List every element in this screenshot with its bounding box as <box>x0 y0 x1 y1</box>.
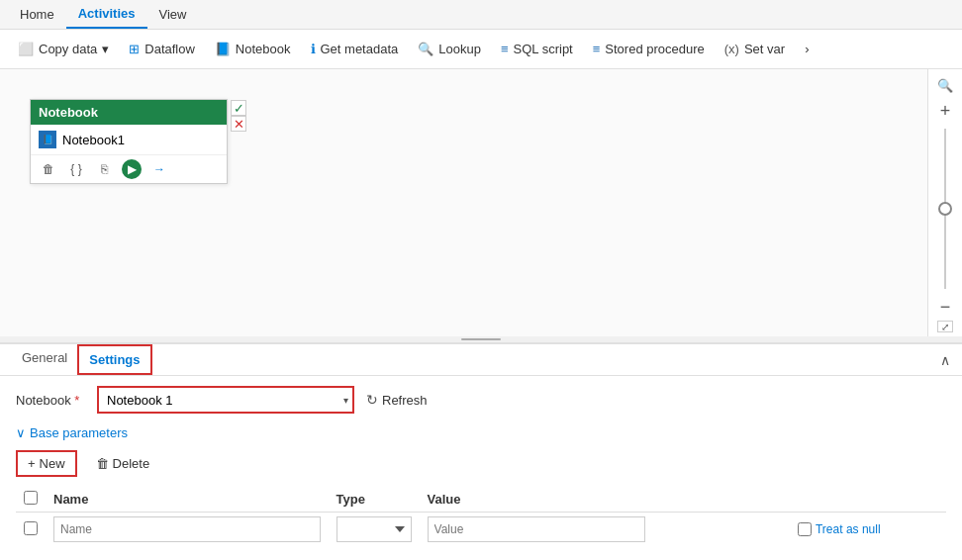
sql-script-icon: ≡ <box>501 42 509 56</box>
notebook-block-actions: 🗑 { } ⎘ ▶ → <box>31 155 227 183</box>
toolbar-copy-data[interactable]: ⬜ Copy data ▾ <box>8 38 119 60</box>
column-treat-null <box>790 487 946 513</box>
main-area: Notebook 📘 Notebook1 ✓ ✕ 🗑 { } ⎘ ▶ → 🔍 <box>0 69 962 336</box>
activities-toolbar: ⬜ Copy data ▾ ⊞ Dataflow 📘 Notebook ℹ Ge… <box>0 30 962 69</box>
new-button[interactable]: + New <box>16 450 77 477</box>
value-cell <box>420 513 790 547</box>
toolbar-dataflow[interactable]: ⊞ Dataflow <box>119 38 205 60</box>
nav-activities[interactable]: Activities <box>66 0 147 29</box>
tab-settings[interactable]: Settings <box>77 344 151 375</box>
param-actions: + New 🗑 Delete <box>16 450 946 477</box>
tab-general[interactable]: General <box>12 344 77 375</box>
value-input[interactable] <box>428 516 645 542</box>
zoom-slider[interactable] <box>944 125 946 293</box>
copy-data-icon: ⬜ <box>18 42 34 56</box>
column-value: Value <box>420 487 790 513</box>
copy-action-icon[interactable]: ⎘ <box>94 159 114 179</box>
treat-null-container: Treat as null <box>798 522 938 536</box>
more-icon: › <box>805 42 809 56</box>
plus-icon: + <box>28 456 36 471</box>
settings-content: Notebook * Notebook 1 ▾ ↻ Refresh ∨ Base… <box>0 376 962 560</box>
header-checkbox-cell <box>16 487 46 513</box>
refresh-icon: ↻ <box>366 392 378 408</box>
settings-panel: General Settings ∧ Notebook * Notebook 1… <box>0 342 962 560</box>
nav-view[interactable]: View <box>147 1 199 28</box>
toolbar-stored-procedure[interactable]: ≡ Stored procedure <box>583 38 715 60</box>
treat-null-checkbox[interactable] <box>798 522 812 536</box>
status-check-box: ✓ <box>231 100 246 116</box>
column-type: Type <box>329 487 420 513</box>
notebook-icon: 📘 <box>215 42 231 56</box>
table-header-row: Name Type Value <box>16 487 946 513</box>
notebook-dropdown[interactable]: Notebook 1 <box>97 386 354 414</box>
check-icon: ✓ <box>234 101 244 116</box>
right-panel: 🔍 + − ⤢ <box>927 69 962 336</box>
notebook-block-header: Notebook <box>31 100 227 125</box>
notebook-block[interactable]: Notebook 📘 Notebook1 ✓ ✕ 🗑 { } ⎘ ▶ → <box>30 99 228 184</box>
treat-null-label: Treat as null <box>816 522 881 536</box>
column-name: Name <box>46 487 329 513</box>
params-table: Name Type Value <box>16 487 946 546</box>
delete-button[interactable]: 🗑 Delete <box>85 451 161 476</box>
row-checkbox-cell <box>16 513 46 547</box>
notebook-block-title: Notebook <box>39 105 98 120</box>
notebook-block-body: 📘 Notebook1 ✓ ✕ <box>31 125 227 155</box>
status-x-box: ✕ <box>231 116 246 132</box>
set-variable-icon: (x) <box>724 42 739 56</box>
zoom-thumb[interactable] <box>938 202 952 216</box>
type-cell: String Int Bool <box>329 513 420 547</box>
zoom-in-icon[interactable]: + <box>933 99 957 123</box>
notebook-field-label: Notebook * <box>16 393 85 408</box>
settings-tabs: General Settings ∧ <box>0 344 962 376</box>
copy-data-dropdown-icon: ▾ <box>102 42 109 56</box>
name-cell <box>46 513 329 547</box>
fit-icon[interactable]: ⤢ <box>937 321 953 332</box>
notebook-dropdown-wrapper: Notebook 1 ▾ <box>97 386 354 414</box>
zoom-track <box>944 129 946 289</box>
notebook-block-icon: 📘 <box>39 131 56 148</box>
refresh-button[interactable]: ↻ Refresh <box>366 392 428 408</box>
base-params-toggle[interactable]: ∨ Base parameters <box>16 425 946 440</box>
nav-home[interactable]: Home <box>8 1 66 28</box>
name-input[interactable] <box>53 516 321 542</box>
row-checkbox[interactable] <box>24 521 38 535</box>
toolbar-set-variable[interactable]: (x) Set var <box>715 38 795 60</box>
canvas[interactable]: Notebook 📘 Notebook1 ✓ ✕ 🗑 { } ⎘ ▶ → <box>0 69 927 336</box>
toolbar-get-metadata[interactable]: ℹ Get metadata <box>301 38 409 60</box>
zoom-out-icon[interactable]: − <box>933 295 957 319</box>
stored-procedure-icon: ≡ <box>593 42 601 56</box>
collapse-icon[interactable]: ∧ <box>940 352 950 368</box>
table-row: String Int Bool Treat as null <box>16 513 946 547</box>
trash-icon: 🗑 <box>96 456 109 471</box>
required-marker: * <box>74 393 79 408</box>
toolbar-notebook[interactable]: 📘 Notebook <box>205 38 301 60</box>
search-icon[interactable]: 🔍 <box>933 73 957 97</box>
toolbar-lookup[interactable]: 🔍 Lookup <box>408 38 491 60</box>
type-dropdown[interactable]: String Int Bool <box>337 516 412 542</box>
delete-action-icon[interactable]: 🗑 <box>39 159 58 179</box>
top-navigation: Home Activities View <box>0 0 962 30</box>
treat-null-cell: Treat as null <box>790 513 946 547</box>
run-action-icon[interactable]: ▶ <box>122 159 142 179</box>
divider-line <box>461 338 501 340</box>
dataflow-icon: ⊞ <box>129 42 140 56</box>
chevron-down-icon: ∨ <box>16 425 26 440</box>
toolbar-more[interactable]: › <box>795 38 818 60</box>
toolbar-sql-script[interactable]: ≡ SQL script <box>491 38 583 60</box>
get-metadata-icon: ℹ <box>311 42 316 56</box>
select-all-checkbox[interactable] <box>24 491 38 505</box>
notebook-field: Notebook * Notebook 1 ▾ ↻ Refresh <box>16 386 946 414</box>
code-action-icon[interactable]: { } <box>66 159 86 179</box>
x-icon: ✕ <box>234 117 244 132</box>
lookup-icon: 🔍 <box>418 42 433 56</box>
arrow-action-icon[interactable]: → <box>149 159 169 179</box>
notebook-block-item-label: Notebook1 <box>62 133 125 147</box>
